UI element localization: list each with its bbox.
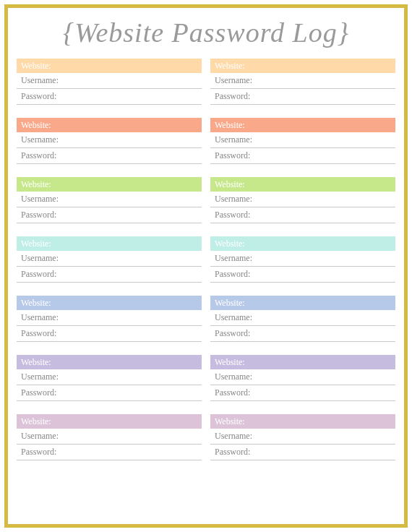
website-header: Website: <box>210 59 395 73</box>
website-header: Website: <box>210 355 395 369</box>
entry-row: Website: Username: Password: Website: Us… <box>17 236 395 283</box>
password-field[interactable]: Password: <box>210 148 395 164</box>
website-header: Website: <box>210 414 395 429</box>
password-field[interactable]: Password: <box>210 89 395 105</box>
entry-row: Website: Username: Password: Website: Us… <box>17 355 395 401</box>
username-field[interactable]: Username: <box>17 310 202 326</box>
password-field[interactable]: Password: <box>210 207 395 223</box>
password-field[interactable]: Password: <box>210 445 395 460</box>
password-field[interactable]: Password: <box>17 385 202 401</box>
website-header: Website: <box>17 177 202 192</box>
username-field[interactable]: Username: <box>17 73 202 89</box>
username-field[interactable]: Username: <box>17 369 202 385</box>
entry-card: Website: Username: Password: <box>17 118 202 164</box>
password-field[interactable]: Password: <box>17 148 202 164</box>
entry-card: Website: Username: Password: <box>210 118 395 164</box>
password-field[interactable]: Password: <box>210 326 395 342</box>
username-field[interactable]: Username: <box>17 251 202 267</box>
username-field[interactable]: Username: <box>210 251 395 267</box>
entry-row: Website: Username: Password: Website: Us… <box>17 296 395 342</box>
website-header: Website: <box>17 296 202 310</box>
entry-card: Website: Username: Password: <box>17 414 202 460</box>
entry-row: Website: Username: Password: Website: Us… <box>17 118 395 164</box>
username-field[interactable]: Username: <box>17 192 202 207</box>
page-border: {Website Password Log} Website: Username… <box>4 4 408 528</box>
entry-card: Website: Username: Password: <box>17 59 202 105</box>
username-field[interactable]: Username: <box>210 429 395 445</box>
entry-card: Website: Username: Password: <box>210 414 395 460</box>
website-header: Website: <box>210 236 395 251</box>
username-field[interactable]: Username: <box>17 429 202 445</box>
website-header: Website: <box>210 118 395 132</box>
entry-card: Website: Username: Password: <box>17 177 202 223</box>
username-field[interactable]: Username: <box>210 310 395 326</box>
password-field[interactable]: Password: <box>210 267 395 283</box>
website-header: Website: <box>17 355 202 369</box>
entry-card: Website: Username: Password: <box>210 59 395 105</box>
website-header: Website: <box>17 118 202 132</box>
entry-card: Website: Username: Password: <box>210 177 395 223</box>
website-header: Website: <box>210 296 395 310</box>
entries-grid: Website: Username: Password: Website: Us… <box>17 59 395 460</box>
username-field[interactable]: Username: <box>17 132 202 148</box>
password-field[interactable]: Password: <box>17 326 202 342</box>
username-field[interactable]: Username: <box>210 192 395 207</box>
password-field[interactable]: Password: <box>17 267 202 283</box>
password-field[interactable]: Password: <box>17 207 202 223</box>
page-title: {Website Password Log} <box>17 17 395 48</box>
entry-card: Website: Username: Password: <box>17 355 202 401</box>
website-header: Website: <box>17 236 202 251</box>
entry-row: Website: Username: Password: Website: Us… <box>17 59 395 105</box>
username-field[interactable]: Username: <box>210 369 395 385</box>
username-field[interactable]: Username: <box>210 73 395 89</box>
website-header: Website: <box>17 59 202 73</box>
entry-card: Website: Username: Password: <box>17 236 202 283</box>
entry-row: Website: Username: Password: Website: Us… <box>17 177 395 223</box>
password-field[interactable]: Password: <box>210 385 395 401</box>
password-field[interactable]: Password: <box>17 89 202 105</box>
website-header: Website: <box>17 414 202 429</box>
entry-card: Website: Username: Password: <box>210 296 395 342</box>
entry-card: Website: Username: Password: <box>210 355 395 401</box>
entry-card: Website: Username: Password: <box>17 296 202 342</box>
username-field[interactable]: Username: <box>210 132 395 148</box>
entry-card: Website: Username: Password: <box>210 236 395 283</box>
password-field[interactable]: Password: <box>17 445 202 460</box>
entry-row: Website: Username: Password: Website: Us… <box>17 414 395 460</box>
website-header: Website: <box>210 177 395 192</box>
